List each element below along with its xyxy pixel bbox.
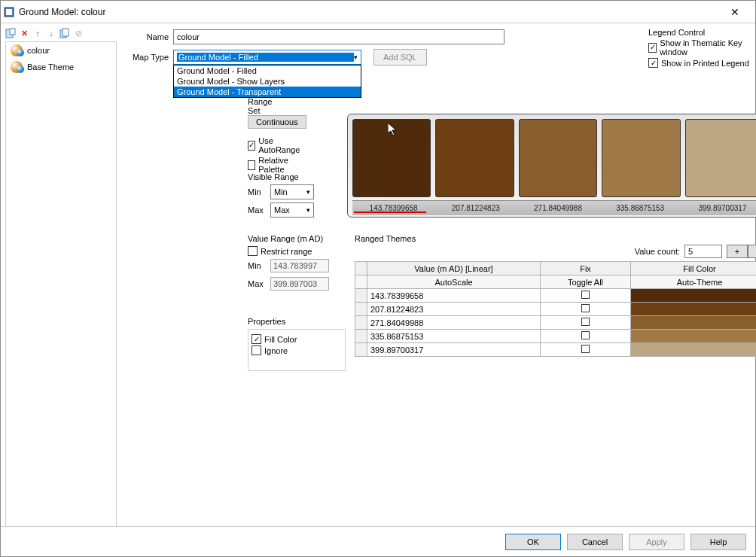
theme-group-icon <box>11 44 23 56</box>
value-range-max <box>270 277 329 291</box>
theme-tree[interactable]: colour Base Theme <box>5 41 117 546</box>
checkbox-icon[interactable] <box>581 345 590 353</box>
checkbox-icon[interactable] <box>581 331 590 339</box>
value-count-input[interactable] <box>684 245 722 258</box>
visible-min-combo[interactable]: Min ▾ <box>270 184 314 199</box>
chevron-down-icon: ▾ <box>306 188 310 196</box>
fix-cell[interactable] <box>541 303 631 316</box>
maptype-option[interactable]: Ground Model - Transparent <box>174 87 361 97</box>
visible-max-combo[interactable]: Max ▾ <box>270 202 314 218</box>
properties-label: Properties <box>248 317 346 326</box>
fix-cell[interactable] <box>541 343 631 357</box>
delete-icon[interactable]: ✕ <box>19 28 29 38</box>
maptype-label: Map Type <box>127 53 169 62</box>
fill-cell[interactable]: ▾ <box>631 289 757 303</box>
restrict-range-label: Restrict range <box>261 247 312 256</box>
fix-cell[interactable] <box>541 330 631 343</box>
fix-cell[interactable] <box>541 316 631 330</box>
tree-item-colour[interactable]: colour <box>6 42 116 59</box>
value-cell[interactable]: 399.89700317 <box>367 343 541 357</box>
checkbox-icon: ✓ <box>248 141 255 151</box>
new-icon[interactable] <box>5 28 16 38</box>
fix-cell[interactable] <box>541 289 631 303</box>
properties-box: ✓ Fill Color Ignore <box>248 329 346 371</box>
autorange-label: Use AutoRange <box>258 136 302 154</box>
col-value[interactable]: Value (m AD) [Linear] <box>367 262 541 275</box>
maptype-option[interactable]: Ground Model - Show Layers <box>174 76 361 87</box>
table-row[interactable]: 335.86875153▾ <box>355 330 757 343</box>
palette-value: 335.86875153 <box>599 204 681 212</box>
value-range-min <box>270 259 329 272</box>
ignore-check[interactable]: Ignore <box>251 345 342 355</box>
maptype-option[interactable]: Ground Model - Filled <box>174 65 361 76</box>
value-cell[interactable]: 335.86875153 <box>367 330 541 343</box>
auto-theme-button[interactable]: Auto-Theme <box>631 275 757 289</box>
checkbox-icon[interactable] <box>581 318 590 326</box>
help-button[interactable]: Help <box>690 534 746 550</box>
ok-button[interactable]: OK <box>505 534 561 550</box>
show-thematic-check[interactable]: ✓ Show in Thematic Key window <box>648 38 755 56</box>
table-row[interactable]: 143.78399658▾ <box>355 289 757 303</box>
row-header <box>355 275 367 289</box>
palette-swatch[interactable] <box>519 119 597 197</box>
visible-max-value: Max <box>274 205 290 215</box>
checkbox-icon <box>248 160 255 170</box>
checkbox-icon[interactable] <box>581 304 590 312</box>
checkbox-icon <box>251 345 261 355</box>
tree-item-base-theme[interactable]: Base Theme <box>6 59 116 75</box>
row-header <box>355 316 367 330</box>
fill-cell[interactable]: ▾ <box>631 303 757 316</box>
maptype-combo[interactable]: Ground Model - Filled ▾ <box>173 50 361 65</box>
col-fix[interactable]: Fix <box>541 262 631 275</box>
autorange-check[interactable]: ✓ Use AutoRange <box>248 136 302 154</box>
maptype-selected: Ground Model - Filled <box>177 53 354 62</box>
fill-color-check[interactable]: ✓ Fill Color <box>251 334 342 344</box>
apply-button[interactable]: Apply <box>629 534 684 550</box>
show-printed-check[interactable]: ✓ Show in Printed Legend <box>648 58 755 68</box>
tree-label: Base Theme <box>27 62 74 72</box>
visible-min-value: Min <box>274 187 288 196</box>
palette-swatch[interactable] <box>352 119 431 197</box>
close-button[interactable]: ✕ <box>718 1 752 23</box>
value-count-minus[interactable]: - <box>748 245 756 258</box>
palette-slider[interactable] <box>354 212 426 213</box>
arrow-down-icon[interactable]: ↓ <box>46 28 56 38</box>
col-fill[interactable]: Fill Color <box>631 262 757 275</box>
fill-cell[interactable]: ▾ <box>631 330 757 343</box>
restrict-range-check[interactable]: Restrict range <box>248 246 346 256</box>
copy-icon[interactable] <box>59 28 70 38</box>
maptype-dropdown[interactable]: Ground Model - Filled Ground Model - Sho… <box>173 65 361 98</box>
fill-cell[interactable]: ▾ <box>631 343 757 357</box>
palette-swatch[interactable] <box>685 119 756 197</box>
ranged-themes-label: Ranged Themes <box>355 234 756 243</box>
max-label: Max <box>248 205 266 215</box>
relative-palette-check[interactable]: Relative Palette <box>248 156 302 174</box>
autoscale-button[interactable]: AutoScale <box>367 275 541 289</box>
row-header <box>355 330 367 343</box>
table-row[interactable]: 399.89700317▾ <box>355 343 757 357</box>
table-row[interactable]: 207.81224823▾ <box>355 303 757 316</box>
row-header <box>355 343 367 357</box>
toggle-all-button[interactable]: Toggle All <box>541 275 631 289</box>
min-label: Min <box>248 261 266 270</box>
add-sql-button[interactable]: Add SQL <box>373 49 427 65</box>
table-row[interactable]: 271.84049988▾ <box>355 316 757 330</box>
titlebar: Ground Model: colour ✕ <box>1 1 755 23</box>
value-cell[interactable]: 271.84049988 <box>367 316 541 330</box>
value-cell[interactable]: 207.81224823 <box>367 303 541 316</box>
value-count-plus[interactable]: + <box>727 245 748 258</box>
fill-cell[interactable]: ▾ <box>631 316 757 330</box>
checkbox-icon[interactable] <box>581 291 590 299</box>
forbid-icon[interactable]: ⊘ <box>73 28 84 38</box>
palette-value: 207.81224823 <box>434 204 517 212</box>
legend-header: Legend Control <box>648 28 755 37</box>
palette-value: 399.89700317 <box>681 204 756 212</box>
arrow-up-icon[interactable]: ↑ <box>32 28 43 38</box>
continuous-button[interactable]: Continuous <box>248 115 306 129</box>
app-icon <box>4 7 14 17</box>
name-input[interactable] <box>173 29 505 44</box>
palette-swatch[interactable] <box>435 119 514 197</box>
palette-swatch[interactable] <box>602 119 680 197</box>
value-cell[interactable]: 143.78399658 <box>367 289 541 303</box>
cancel-button[interactable]: Cancel <box>567 534 623 550</box>
